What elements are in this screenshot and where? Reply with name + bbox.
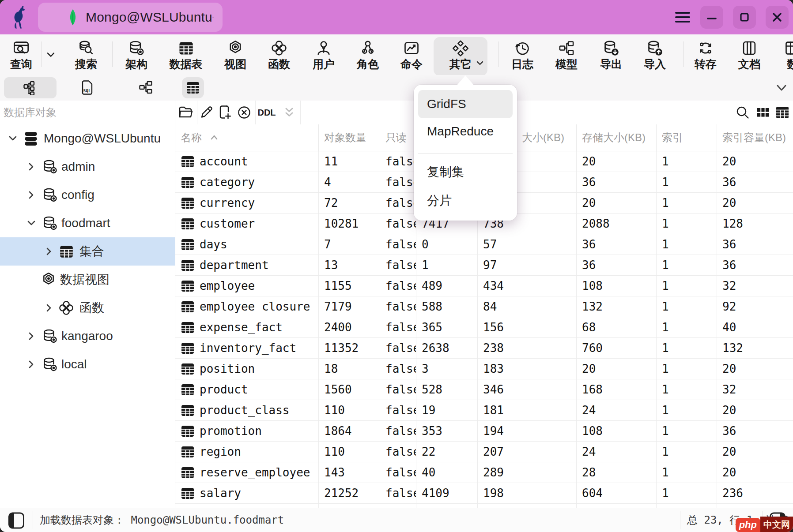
toolbar-others-button[interactable]: 其它 — [434, 37, 487, 76]
toolbar-docs-button[interactable]: 文档 — [732, 37, 767, 76]
menu-item-mapreduce[interactable]: MapReduce — [418, 117, 513, 146]
collection-row[interactable]: employee_closure7179false58884132192 — [175, 296, 793, 317]
column-header-name[interactable]: 名称 — [175, 124, 319, 151]
search-objects-icon[interactable] — [735, 105, 751, 120]
column-header-object-count[interactable]: 对象数量 — [319, 124, 380, 151]
toggle-left-panel-icon[interactable] — [8, 512, 25, 529]
delete-collection-button[interactable] — [236, 105, 252, 120]
tree-item-views[interactable]: 数据视图 — [0, 266, 175, 294]
collection-name-cell: promotion — [175, 421, 319, 441]
collection-row[interactable]: expense_fact2400false36515668140 — [175, 317, 793, 338]
window-maximize-button[interactable] — [733, 6, 756, 29]
model-view-toggle[interactable] — [138, 80, 153, 95]
toolbar-query-button-icon — [13, 40, 30, 56]
connection-tab[interactable]: Mongo@WSLUbuntu — [38, 3, 223, 32]
toolbar-model-button[interactable]: 模型 — [549, 37, 584, 76]
collapse-toolbar-chevron-icon[interactable] — [774, 81, 789, 94]
toolbar-users-button[interactable]: 用户 — [306, 37, 341, 76]
toolbar-collections-button[interactable]: 数据表 — [168, 37, 204, 76]
toolbar-query-button[interactable]: 查询 — [4, 37, 39, 76]
collection-value-cell: 1 — [657, 462, 717, 483]
window-close-button[interactable] — [766, 6, 789, 29]
toolbar-roles-button[interactable]: 角色 — [350, 37, 385, 76]
toolbar-separator — [42, 41, 42, 67]
collection-row[interactable]: product_class110false1918124120 — [175, 400, 793, 421]
collection-row[interactable]: position18false318320120 — [175, 359, 793, 379]
tab-close-icon[interactable] — [212, 11, 214, 23]
grid-view-toggle[interactable] — [182, 77, 204, 98]
collection-value-cell: 110 — [319, 442, 380, 462]
collection-value-cell: 132 — [577, 296, 657, 317]
ddl-button[interactable]: DDL — [256, 101, 277, 124]
list-view-icon[interactable] — [775, 105, 789, 120]
cards-view-icon[interactable] — [756, 106, 770, 119]
collection-row[interactable]: inventory_fact11352false26382387601132 — [175, 338, 793, 359]
collection-row[interactable]: employee1155false489434108132 — [175, 276, 793, 296]
menu-item-gridfs[interactable]: GridFS — [418, 90, 513, 118]
column-header-indexes[interactable]: 索引 — [657, 124, 717, 151]
collection-value-cell: 40 — [717, 317, 793, 337]
toolbar-views-button[interactable]: 视图 — [218, 37, 253, 76]
query-dropdown-chevron[interactable] — [42, 46, 60, 64]
new-collection-button[interactable] — [217, 105, 233, 120]
collection-value-cell: 528 — [416, 379, 478, 400]
chevron-down-icon[interactable] — [26, 218, 36, 228]
collection-row[interactable]: product1560false528346168132 — [175, 379, 793, 400]
tree-item-database[interactable]: foodmart — [0, 209, 175, 237]
collection-row[interactable]: salary21252false41091986041236 — [175, 483, 793, 504]
collection-value-cell: 346 — [478, 379, 577, 400]
sql-view-toggle[interactable]: SQL — [80, 80, 95, 96]
menu-item-replica-set[interactable]: 复制集 — [418, 158, 513, 186]
toolbar-dump-button-icon — [697, 40, 714, 56]
main-menu-hamburger-icon[interactable] — [671, 6, 694, 29]
chevron-right-icon[interactable] — [44, 247, 54, 256]
tree-item-database[interactable]: config — [0, 181, 175, 209]
collection-value-cell: 1 — [657, 359, 717, 379]
window-minimize-button[interactable] — [700, 6, 723, 29]
collection-row[interactable]: sales_fact269720false476751811033612656 — [175, 504, 793, 508]
toolbar-functions-button-icon — [271, 40, 287, 56]
toolbar-log-button[interactable]: 日志 — [505, 37, 540, 76]
collection-value-cell: 588 — [416, 296, 478, 317]
object-filter-input[interactable]: 数据库对象 — [4, 101, 57, 124]
tree-item-connection[interactable]: Mongo@WSLUbuntu — [0, 124, 175, 153]
column-header-index-size[interactable]: 索引容量(KB) — [717, 124, 793, 151]
collection-value-cell: 289 — [478, 462, 577, 483]
collection-row[interactable]: department13false19736136 — [175, 255, 793, 276]
toolbar-schema-button[interactable]: 架构 — [119, 37, 154, 76]
toolbar-search-button[interactable]: 搜索 — [68, 37, 104, 76]
tree-item-database[interactable]: local — [0, 350, 175, 378]
chevron-right-icon[interactable] — [26, 190, 36, 200]
tree-view-toggle[interactable] — [4, 77, 57, 98]
toolbar-command-button[interactable]: 命令 — [394, 37, 429, 76]
collection-row[interactable]: days7false05736136 — [175, 234, 793, 255]
chevron-right-icon[interactable] — [26, 360, 36, 369]
php-cn-watermark: php中文网 — [736, 517, 793, 532]
toolbar-import-button[interactable]: 导入 — [637, 37, 672, 76]
menu-item-sharding[interactable]: 分片 — [418, 187, 513, 215]
sidebar-splitter[interactable] — [175, 75, 175, 508]
chevron-right-icon[interactable] — [26, 162, 36, 172]
more-actions-double-chevron-icon[interactable] — [281, 106, 297, 120]
design-collection-button[interactable] — [198, 105, 214, 120]
toolbar-dump-button[interactable]: 转存 — [688, 37, 723, 76]
collection-value-cell: 269720 — [319, 504, 380, 508]
column-header-readonly[interactable]: 只读 — [380, 124, 416, 151]
toolbar-functions-button[interactable]: 函数 — [261, 37, 297, 76]
chevron-right-icon[interactable] — [44, 303, 54, 313]
tree-item-collections[interactable]: 集合 — [0, 237, 175, 266]
open-collection-button[interactable] — [177, 105, 194, 120]
tree-item-database[interactable]: kangaroo — [0, 322, 175, 350]
toolbar-export-button[interactable]: 导出 — [593, 37, 629, 76]
column-header-storage-size[interactable]: 存储大小(KB) — [577, 124, 657, 151]
tree-item-database[interactable]: admin — [0, 153, 175, 181]
collection-value-cell: 4 — [319, 172, 380, 192]
collection-row[interactable]: reserve_employee143false4028928120 — [175, 462, 793, 483]
tree-item-functions[interactable]: 函数 — [0, 294, 175, 322]
chevron-down-icon[interactable] — [8, 134, 18, 143]
collection-value-cell: 1 — [657, 255, 717, 275]
chevron-right-icon[interactable] — [26, 331, 36, 341]
toolbar-datagen-button[interactable]: 数 — [775, 37, 793, 76]
collection-row[interactable]: promotion1864false353194108136 — [175, 421, 793, 442]
collection-row[interactable]: region110false2220724120 — [175, 442, 793, 462]
